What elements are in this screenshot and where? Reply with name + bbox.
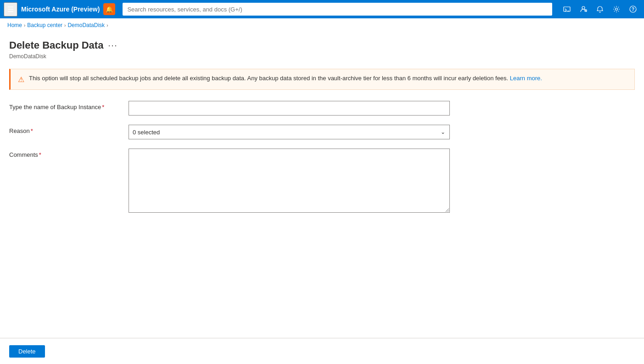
breadcrumb-sep-1: › xyxy=(24,23,25,28)
reason-group: Reason* 0 selected Other ⌄ xyxy=(9,125,635,139)
backup-instance-input-wrap xyxy=(129,101,450,116)
warning-icon: ⚠ xyxy=(18,75,24,84)
hamburger-button[interactable]: ☰ xyxy=(4,2,17,17)
more-options-button[interactable]: ··· xyxy=(108,41,118,50)
comments-textarea-wrap xyxy=(129,149,450,214)
backup-instance-input[interactable] xyxy=(129,101,450,116)
reason-select-wrap: 0 selected Other ⌄ xyxy=(129,125,450,139)
svg-point-4 xyxy=(616,8,618,11)
reason-select[interactable]: 0 selected Other xyxy=(129,125,450,139)
svg-point-2 xyxy=(582,6,585,9)
backup-instance-group: Type the name of Backup Instance* xyxy=(9,101,635,116)
reason-dropdown-wrap: 0 selected Other ⌄ xyxy=(129,125,450,139)
notification-badge: 🔔 xyxy=(103,3,115,15)
help-icon[interactable]: ? xyxy=(626,2,640,17)
backup-instance-label: Type the name of Backup Instance* xyxy=(9,101,129,110)
badge-icon: 🔔 xyxy=(106,6,113,13)
cloud-shell-icon[interactable] xyxy=(560,2,574,17)
page-subtitle: DemoDataDisk xyxy=(9,53,635,60)
comments-required: * xyxy=(39,151,41,158)
comments-group: Comments* xyxy=(9,149,635,214)
search-input[interactable] xyxy=(123,3,552,16)
breadcrumb-demo-data-disk[interactable]: DemoDataDisk xyxy=(67,22,105,28)
reason-required: * xyxy=(31,127,33,134)
breadcrumb: Home › Backup center › DemoDataDisk › xyxy=(0,18,644,32)
notifications-icon[interactable] xyxy=(593,2,607,17)
directory-icon[interactable] xyxy=(576,2,591,17)
search-container xyxy=(123,3,552,16)
breadcrumb-home[interactable]: Home xyxy=(7,22,22,28)
breadcrumb-sep-3: › xyxy=(106,23,108,28)
learn-more-link[interactable]: Learn more. xyxy=(510,75,542,82)
app-title: Microsoft Azure (Preview) xyxy=(21,6,100,13)
page-header: Delete Backup Data ··· xyxy=(9,39,635,51)
settings-icon[interactable] xyxy=(609,2,624,17)
topbar-actions: ? xyxy=(560,2,640,17)
warning-banner: ⚠ This option will stop all scheduled ba… xyxy=(9,69,635,90)
topbar: ☰ Microsoft Azure (Preview) 🔔 ? xyxy=(0,0,644,18)
reason-label: Reason* xyxy=(9,125,129,134)
backup-instance-required: * xyxy=(102,104,104,110)
page-title: Delete Backup Data xyxy=(9,39,103,51)
main-content: Delete Backup Data ··· DemoDataDisk ⚠ Th… xyxy=(0,32,644,337)
warning-text: This option will stop all scheduled back… xyxy=(29,75,542,82)
breadcrumb-backup-center[interactable]: Backup center xyxy=(27,22,62,28)
svg-text:?: ? xyxy=(632,7,634,12)
breadcrumb-sep-2: › xyxy=(64,23,66,28)
comments-textarea[interactable] xyxy=(129,149,450,213)
comments-label: Comments* xyxy=(9,149,129,158)
